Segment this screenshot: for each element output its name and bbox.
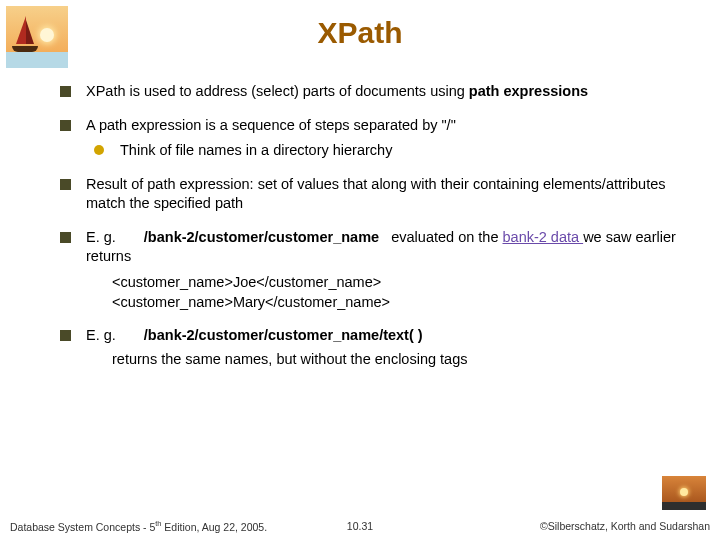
text: A path expression is a sequence of steps…	[86, 117, 456, 133]
text: evaluated on the	[391, 229, 502, 245]
text: Think of file names in a directory hiera…	[120, 142, 392, 158]
text: Database System Concepts - 5	[10, 520, 155, 532]
footer-copyright: ©Silberschatz, Korth and Sudarshan	[540, 520, 710, 532]
example-output: <customer_name>Joe</customer_name> <cust…	[112, 273, 684, 312]
slide-body: XPath is used to address (select) parts …	[60, 82, 684, 383]
text: Result of path expression: set of values…	[86, 176, 666, 212]
subbullet-directory-analogy: Think of file names in a directory hiera…	[94, 141, 684, 161]
sunset-thumbnail-icon	[662, 476, 706, 510]
link-bank2-data[interactable]: bank-2 data	[503, 229, 584, 245]
text: returns the same names, but without the …	[86, 350, 684, 370]
text: E. g.	[86, 229, 116, 245]
bullet-example-2: E. g./bank-2/customer/customer_name/text…	[60, 326, 684, 369]
code-line: <customer_name>Mary</customer_name>	[112, 293, 684, 313]
text: Edition, Aug 22, 2005.	[161, 520, 267, 532]
footer-slide-number: 10.31	[347, 520, 373, 532]
slide: XPath XPath is used to address (select) …	[0, 0, 720, 540]
bullet-result: Result of path expression: set of values…	[60, 175, 684, 214]
text: E. g.	[86, 327, 116, 343]
xpath-expr: /bank-2/customer/customer_name/text( )	[144, 327, 423, 343]
bullet-example-1: E. g./bank-2/customer/customer_name eval…	[60, 228, 684, 312]
text: XPath is used to address (select) parts …	[86, 83, 469, 99]
bullet-xpath-intro: XPath is used to address (select) parts …	[60, 82, 684, 102]
text-bold: path expressions	[469, 83, 588, 99]
code-line: <customer_name>Joe</customer_name>	[112, 273, 684, 293]
footer-left: Database System Concepts - 5th Edition, …	[10, 519, 267, 533]
slide-title: XPath	[0, 16, 720, 50]
bullet-path-expression: A path expression is a sequence of steps…	[60, 116, 684, 161]
xpath-expr: /bank-2/customer/customer_name	[144, 229, 379, 245]
